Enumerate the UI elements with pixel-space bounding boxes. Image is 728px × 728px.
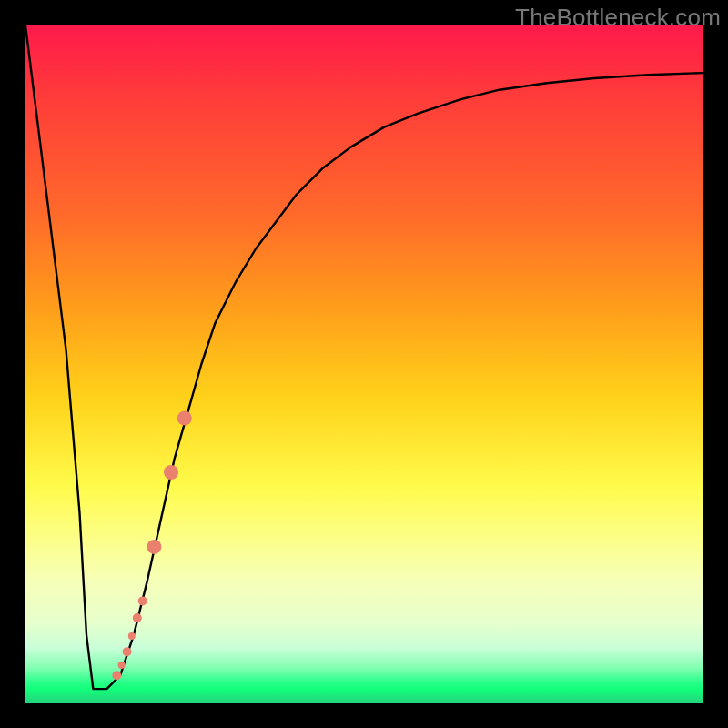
data-marker [118, 662, 126, 669]
data-marker [112, 671, 121, 680]
data-marker [164, 465, 178, 480]
data-marker [177, 411, 192, 426]
bottleneck-curve [25, 25, 703, 689]
data-marker [128, 632, 136, 640]
data-marker [123, 647, 132, 656]
chart-svg [25, 25, 703, 703]
data-marker [133, 613, 142, 622]
data-marker [147, 540, 161, 554]
curve-group [25, 25, 703, 689]
markers-group [112, 411, 191, 681]
watermark-text: TheBottleneck.com [515, 4, 721, 32]
plot-area [25, 25, 703, 703]
data-marker [138, 596, 147, 605]
chart-frame: TheBottleneck.com [0, 0, 728, 728]
